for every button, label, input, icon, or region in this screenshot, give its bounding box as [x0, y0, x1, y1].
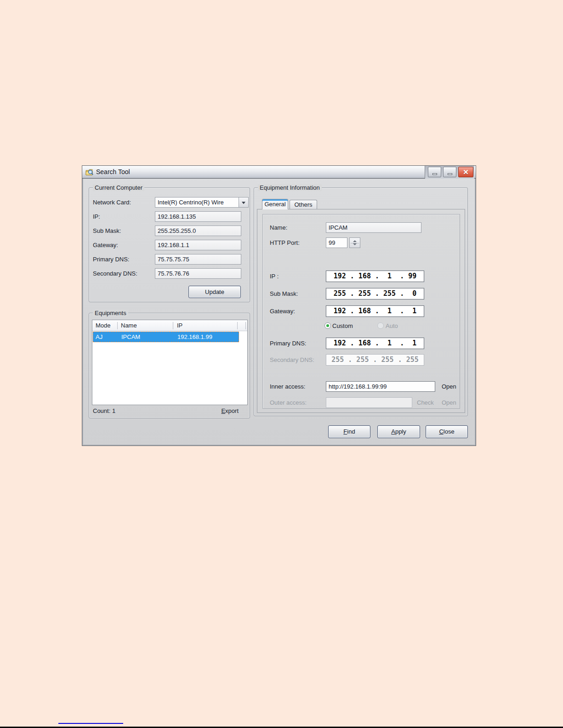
general-tab-page: Name: IPCAM HTTP Port: 99 IP : 192 . 168…	[257, 209, 465, 413]
equipment-name: IPCAM	[121, 332, 140, 342]
http-port-field[interactable]: 99	[326, 237, 347, 248]
close-button-label: Close	[426, 426, 467, 437]
equipment-information-title: Equipment Information	[258, 184, 322, 191]
primary-dns-field[interactable]: 192 . 168 . 1 . 1	[326, 338, 424, 349]
ip-field[interactable]: 192 . 168 . 1 . 99	[326, 271, 424, 282]
equipments-group: Equipments Mode Name IP AJ IPCAM 192.168…	[89, 313, 250, 418]
secondary-dns-label: Secondary DNS:	[270, 356, 314, 363]
minimize-button[interactable]	[428, 167, 441, 177]
search-tool-icon	[85, 168, 94, 176]
find-button[interactable]: Find	[328, 425, 370, 438]
cc-secondary-dns-label: Secondary DNS:	[93, 270, 137, 277]
cc-submask-label: Sub Mask:	[93, 227, 121, 234]
title-bar[interactable]: Search Tool ✕	[82, 166, 476, 179]
maximize-button[interactable]	[443, 167, 456, 177]
http-port-label: HTTP Port:	[270, 239, 300, 246]
network-card-select[interactable]: Intel(R) Centrino(R) Wire	[155, 197, 239, 208]
cc-secondary-dns-field: 75.75.76.76	[155, 268, 241, 279]
auto-radio-label: Auto	[386, 322, 398, 329]
equipments-list: Mode Name IP AJ IPCAM 192.168.1.99	[92, 320, 248, 405]
column-header-ip[interactable]: IP	[177, 320, 182, 331]
custom-radio-label[interactable]: Custom	[332, 322, 353, 329]
count-label: Count: 1	[93, 407, 115, 414]
cc-gateway-label: Gateway:	[93, 242, 118, 248]
outer-access-field	[326, 397, 412, 408]
minimize-icon	[432, 173, 437, 175]
inner-open-button[interactable]: Open	[442, 383, 456, 390]
secondary-dns-field: 255 . 255 . 255 . 255	[326, 354, 424, 366]
search-tool-window: Search Tool ✕ Current Computer Network C…	[82, 165, 476, 446]
submask-label: Sub Mask:	[270, 290, 298, 297]
equipment-mode: AJ	[96, 332, 102, 342]
window-title: Search Tool	[96, 166, 130, 178]
maximize-icon	[448, 173, 452, 175]
custom-radio[interactable]	[324, 322, 331, 329]
update-button[interactable]: Update	[188, 286, 241, 298]
update-button-label: Update	[189, 286, 240, 298]
outer-check-button: Check	[417, 399, 434, 406]
inner-access-label: Inner access:	[270, 383, 305, 390]
current-computer-title: Current Computer	[93, 184, 144, 191]
name-field[interactable]: IPCAM	[326, 222, 421, 233]
current-computer-group: Current Computer Network Card: Intel(R) …	[89, 187, 250, 302]
cc-primary-dns-field: 75.75.75.75	[155, 254, 241, 265]
close-icon: ✕	[463, 168, 469, 176]
equipment-information-group: Equipment Information General Others Nam…	[254, 187, 468, 416]
gateway-label: Gateway:	[270, 308, 295, 315]
outer-access-label: Outer access:	[270, 399, 307, 406]
name-label: Name:	[270, 224, 287, 231]
column-header-name[interactable]: Name	[121, 320, 137, 331]
network-card-dropdown-button[interactable]	[239, 197, 249, 208]
export-button[interactable]: Export	[221, 407, 239, 414]
equipment-row[interactable]: AJ IPCAM 192.168.1.99	[93, 332, 239, 342]
apply-button[interactable]: Apply	[377, 425, 420, 438]
equipments-title: Equipments	[93, 310, 128, 316]
find-button-label: Find	[329, 426, 370, 437]
general-inner-panel: Name: IPCAM HTTP Port: 99 IP : 192 . 168…	[262, 214, 460, 409]
outer-open-button: Open	[442, 399, 456, 406]
submask-field[interactable]: 255 . 255 . 255 . 0	[326, 288, 424, 299]
cc-submask-field: 255.255.255.0	[155, 226, 241, 236]
equipment-ip: 192.168.1.99	[177, 332, 212, 342]
cc-ip-field: 192.168.1.135	[155, 211, 241, 222]
network-card-label: Network Card:	[93, 199, 131, 206]
auto-radio	[377, 322, 384, 329]
close-window-button[interactable]: ✕	[458, 167, 473, 177]
gateway-field[interactable]: 192 . 168 . 1 . 1	[326, 305, 424, 317]
equipments-list-header: Mode Name IP	[92, 320, 247, 331]
close-button[interactable]: Close	[426, 425, 468, 438]
http-port-spinner[interactable]	[349, 237, 360, 248]
tab-general[interactable]: General	[262, 199, 288, 209]
ip-label: IP :	[270, 273, 279, 280]
cc-primary-dns-label: Primary DNS:	[93, 256, 129, 263]
tab-others[interactable]: Others	[290, 200, 317, 209]
cc-ip-label: IP:	[93, 213, 100, 220]
column-header-mode[interactable]: Mode	[96, 320, 111, 331]
inner-access-field[interactable]: http://192.168.1.99:99	[326, 381, 435, 392]
cc-gateway-field: 192.168.1.1	[155, 240, 241, 250]
primary-dns-label: Primary DNS:	[270, 340, 306, 347]
apply-button-label: Apply	[378, 426, 420, 437]
footer-link[interactable]	[58, 723, 123, 724]
window-controls: ✕	[425, 166, 474, 179]
